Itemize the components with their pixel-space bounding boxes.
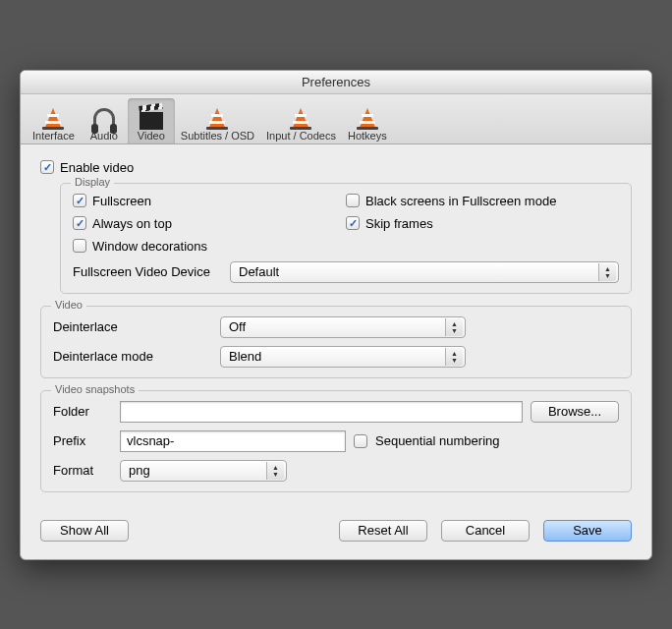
video-group: Video Deinterlace Off ▲▼ Deinterlace mod… <box>40 306 632 378</box>
snapshots-legend: Video snapshots <box>51 383 139 395</box>
tab-label: Video <box>138 130 165 142</box>
select-arrows-icon: ▲▼ <box>445 318 463 336</box>
tab-label: Hotkeys <box>348 130 387 142</box>
display-legend: Display <box>71 176 114 188</box>
window-decorations-checkbox[interactable] <box>73 239 86 253</box>
snapshots-group: Video snapshots Folder Browse... Prefix … <box>40 390 632 492</box>
cone-icon <box>354 102 381 130</box>
tab-label: Interface <box>32 130 75 142</box>
tab-hotkeys[interactable]: Hotkeys <box>342 98 393 143</box>
fullscreen-device-select[interactable]: Default ▲▼ <box>230 261 619 283</box>
fullscreen-device-value: Default <box>239 264 279 279</box>
always-on-top-label: Always on top <box>92 216 172 231</box>
tab-video[interactable]: Video <box>128 98 175 143</box>
fullscreen-label: Fullscreen <box>92 194 151 208</box>
deinterlace-mode-select[interactable]: Blend ▲▼ <box>220 346 466 368</box>
tab-input-codecs[interactable]: Input / Codecs <box>260 98 342 143</box>
prefix-label: Prefix <box>53 433 112 448</box>
content-area: Enable video Display Fullscreen Black sc… <box>21 144 651 512</box>
prefix-input[interactable]: vlcsnap- <box>120 430 346 452</box>
folder-label: Folder <box>53 404 112 419</box>
cancel-button[interactable]: Cancel <box>441 520 530 542</box>
select-arrows-icon: ▲▼ <box>445 348 463 366</box>
black-screens-label: Black screens in Fullscreen mode <box>365 194 556 208</box>
tab-label: Subtitles / OSD <box>181 130 254 142</box>
format-value: png <box>129 463 150 478</box>
skip-frames-label: Skip frames <box>365 216 433 231</box>
deinterlace-mode-value: Blend <box>229 349 261 364</box>
browse-button[interactable]: Browse... <box>531 401 619 423</box>
headphones-icon <box>90 102 118 130</box>
footer: Show All Reset All Cancel Save <box>21 512 651 559</box>
deinterlace-select[interactable]: Off ▲▼ <box>220 316 466 338</box>
window-titlebar: Preferences <box>21 71 651 94</box>
cone-icon <box>39 102 67 130</box>
sequential-checkbox[interactable] <box>354 434 367 448</box>
tab-audio[interactable]: Audio <box>81 98 128 143</box>
window-decorations-label: Window decorations <box>92 239 207 254</box>
preferences-window: Preferences Interface Audio Video Subtit… <box>20 70 652 560</box>
save-button[interactable]: Save <box>543 520 632 542</box>
select-arrows-icon: ▲▼ <box>266 462 284 480</box>
window-title: Preferences <box>302 75 370 89</box>
prefix-value: vlcsnap- <box>127 433 174 448</box>
deinterlace-mode-label: Deinterlace mode <box>53 349 220 364</box>
deinterlace-value: Off <box>229 319 246 334</box>
format-label: Format <box>53 463 112 478</box>
tab-subtitles-osd[interactable]: Subtitles / OSD <box>175 98 260 143</box>
enable-video-label: Enable video <box>60 160 134 175</box>
cone-icon <box>287 102 314 130</box>
sequential-label: Sequential numbering <box>375 433 499 448</box>
select-arrows-icon: ▲▼ <box>598 263 616 281</box>
always-on-top-checkbox[interactable] <box>73 216 86 230</box>
deinterlace-label: Deinterlace <box>53 319 220 334</box>
skip-frames-checkbox[interactable] <box>346 216 360 230</box>
enable-video-checkbox[interactable] <box>40 160 54 174</box>
enable-video-row: Enable video <box>40 160 632 175</box>
show-all-button[interactable]: Show All <box>40 520 129 542</box>
display-group: Display Fullscreen Black screens in Full… <box>60 183 632 294</box>
toolbar: Interface Audio Video Subtitles / OSD In… <box>21 94 651 144</box>
clapperboard-icon <box>138 102 165 130</box>
video-legend: Video <box>51 299 86 311</box>
fullscreen-checkbox[interactable] <box>73 194 86 207</box>
black-screens-checkbox[interactable] <box>346 194 360 207</box>
reset-all-button[interactable]: Reset All <box>339 520 427 542</box>
tab-label: Input / Codecs <box>266 130 336 142</box>
format-select[interactable]: png ▲▼ <box>120 460 287 482</box>
fullscreen-device-label: Fullscreen Video Device <box>73 264 230 279</box>
folder-input[interactable] <box>120 401 523 423</box>
cone-icon <box>203 102 231 130</box>
tab-interface[interactable]: Interface <box>27 98 81 143</box>
